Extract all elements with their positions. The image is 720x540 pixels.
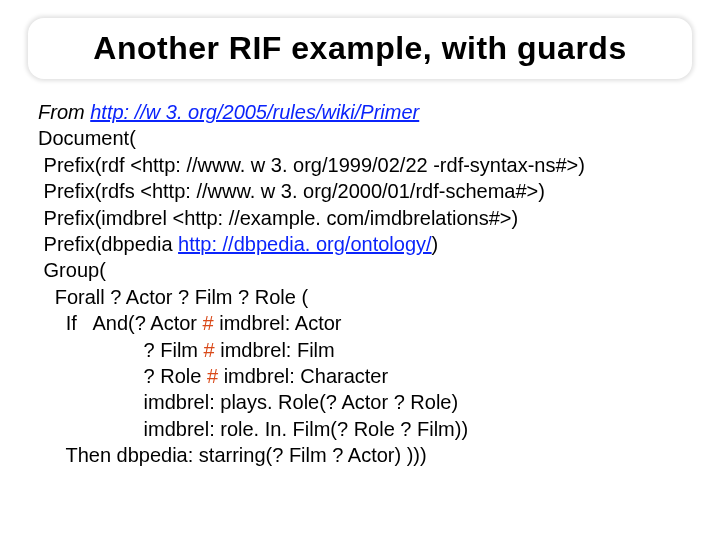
slide-body: From http: //w 3. org/2005/rules/wiki/Pr… <box>0 91 720 468</box>
code-line: Prefix(rdfs <http: //www. w 3. org/2000/… <box>38 178 682 204</box>
from-line: From http: //w 3. org/2005/rules/wiki/Pr… <box>38 99 682 125</box>
hash-icon: # <box>207 365 218 387</box>
from-link[interactable]: http: //w 3. org/2005/rules/wiki/Primer <box>90 101 419 123</box>
slide-title: Another RIF example, with guards <box>46 30 674 67</box>
code-line: ? Role # imdbrel: Character <box>38 363 682 389</box>
code-line: Document( <box>38 125 682 151</box>
code-line: Group( <box>38 257 682 283</box>
code-line: imdbrel: plays. Role(? Actor ? Role) <box>38 389 682 415</box>
title-box: Another RIF example, with guards <box>28 18 692 79</box>
code-line: Prefix(imdbrel <http: //example. com/imd… <box>38 205 682 231</box>
code-line: Forall ? Actor ? Film ? Role ( <box>38 284 682 310</box>
hash-icon: # <box>203 312 214 334</box>
code-line: If And(? Actor # imdbrel: Actor <box>38 310 682 336</box>
code-line: imdbrel: role. In. Film(? Role ? Film)) <box>38 416 682 442</box>
code-line: Prefix(rdf <http: //www. w 3. org/1999/0… <box>38 152 682 178</box>
code-line: Then dbpedia: starring(? Film ? Actor) )… <box>38 442 682 468</box>
slide: Another RIF example, with guards From ht… <box>0 18 720 540</box>
hash-icon: # <box>204 339 215 361</box>
dbpedia-link[interactable]: http: //dbpedia. org/ontology/ <box>178 233 432 255</box>
code-line: ? Film # imdbrel: Film <box>38 337 682 363</box>
code-line: Prefix(dbpedia http: //dbpedia. org/onto… <box>38 231 682 257</box>
